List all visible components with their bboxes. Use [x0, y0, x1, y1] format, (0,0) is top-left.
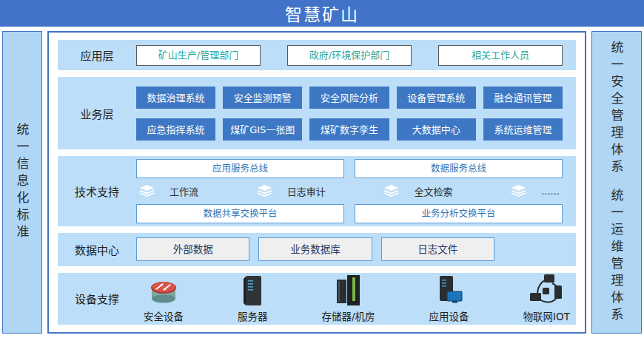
layers-container: 应用层 矿山生产/管理部门 政府/环境保护部门 相关工作人员 业务层 数据治理系…	[47, 31, 586, 334]
device-item: 应用设备	[429, 274, 469, 323]
device-label: 安全设备	[144, 308, 184, 323]
device-support-band: 设备支撑	[58, 273, 576, 325]
layers-icon	[257, 185, 272, 197]
service-bus: 数据服务总线	[355, 159, 563, 178]
middleware-item: 工作流	[139, 184, 198, 198]
data-store: 日志文件	[381, 237, 494, 261]
device-item: 存储器/机房	[322, 273, 375, 323]
business-item: 数据治理系统	[136, 87, 215, 109]
device-label: 应用设备	[429, 308, 469, 323]
left-pillar: 统一信息化标准	[2, 31, 42, 334]
business-item: 安全风险分析	[309, 87, 389, 109]
business-item: 煤矿数字孪生	[309, 118, 389, 141]
application-item: 矿山生产/管理部门	[136, 45, 261, 66]
data-center-band: 数据中心 外部数据 业务数据库 日志文件	[58, 233, 576, 266]
data-center-label: 数据中心	[58, 242, 136, 257]
application-item: 相关工作人员	[438, 45, 563, 66]
diagram-frame: 统一信息化标准 应用层 矿山生产/管理部门 政府/环境保护部门 相关工作人员 业…	[0, 31, 644, 334]
business-item: 设备管理系统	[397, 87, 476, 109]
middleware-label: 工作流	[170, 184, 198, 198]
exchange-platform: 业务分析交换平台	[355, 204, 563, 223]
business-item: 应急指挥系统	[136, 118, 215, 141]
business-layer-band: 业务层 数据治理系统 安全监测预警 安全风险分析 设备管理系统 融合通讯管理 应…	[58, 77, 576, 149]
device-support-label: 设备支撑	[58, 291, 136, 306]
left-pillar-text: 统一信息化标准	[13, 123, 32, 242]
device-item: 物联网IOT	[523, 274, 570, 323]
business-item: 安全监测预警	[223, 87, 302, 109]
storage-icon	[333, 273, 364, 307]
data-store: 业务数据库	[258, 237, 372, 261]
device-label: 存储器/机房	[322, 308, 375, 323]
application-layer-band: 应用层 矿山生产/管理部门 政府/环境保护部门 相关工作人员	[58, 40, 576, 70]
middleware-item: 日志审计	[257, 184, 326, 198]
right-pillar-text-ops: 统一运维管理体系	[608, 189, 626, 325]
exchange-platform: 数据共享交换平台	[136, 204, 344, 223]
firewall-icon	[147, 277, 181, 307]
device-item: 服务器	[238, 274, 268, 323]
iot-icon	[529, 274, 564, 307]
middleware-item: ......	[511, 185, 560, 197]
business-item: 大数据中心	[397, 118, 476, 141]
layers-icon	[139, 185, 155, 197]
business-layer-label: 业务层	[58, 106, 136, 121]
business-item: 融合通讯管理	[483, 87, 563, 109]
device-label: 服务器	[238, 308, 268, 323]
right-pillar-text-security: 统一安全管理体系	[608, 41, 626, 177]
middleware-label: ......	[541, 186, 560, 197]
application-item: 政府/环境保护部门	[287, 45, 412, 66]
middleware-item: 全文检索	[383, 184, 452, 198]
page-title: 智慧矿山	[0, 0, 644, 27]
device-item: 安全设备	[144, 277, 184, 323]
server-icon	[238, 274, 266, 307]
business-item: 系统运维管理	[483, 118, 563, 141]
data-store: 外部数据	[136, 237, 249, 261]
middleware-label: 日志审计	[287, 184, 326, 198]
tech-support-band: 技术支持 应用服务总线 数据服务总线 工作流	[58, 156, 576, 226]
business-item: 煤矿GIS一张图	[223, 118, 302, 141]
tech-support-label: 技术支持	[58, 183, 136, 199]
middleware-label: 全文检索	[414, 184, 452, 198]
right-pillar: 统一安全管理体系 统一运维管理体系	[591, 31, 642, 334]
service-bus: 应用服务总线	[136, 159, 344, 178]
application-layer-label: 应用层	[58, 47, 136, 63]
app-device-icon	[434, 274, 465, 307]
device-label: 物联网IOT	[523, 308, 570, 323]
layers-icon	[383, 185, 399, 197]
layers-icon	[511, 185, 526, 197]
